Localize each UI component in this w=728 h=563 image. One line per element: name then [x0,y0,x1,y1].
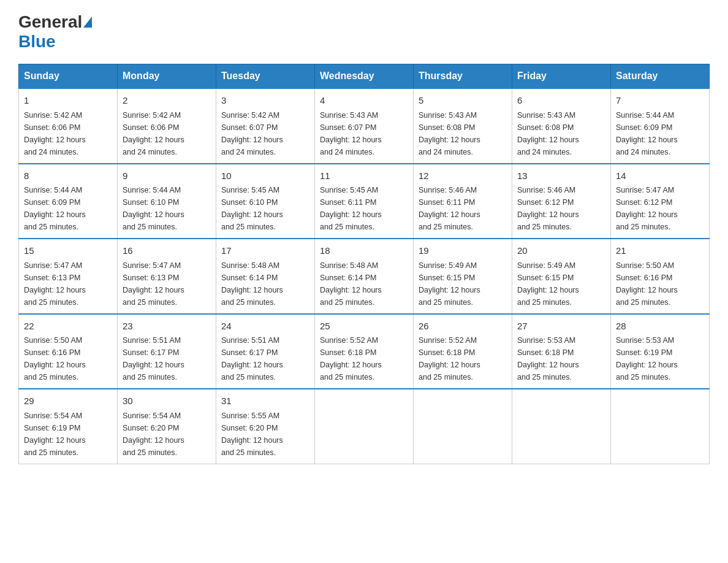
header-cell-wednesday: Wednesday [315,64,414,89]
day-number: 19 [419,244,507,258]
header-cell-monday: Monday [118,64,216,89]
day-number: 7 [616,94,704,108]
header-cell-friday: Friday [512,64,611,89]
day-info: Sunrise: 5:51 AM Sunset: 6:17 PM Dayligh… [123,334,211,383]
logo-triangle-icon [83,17,92,28]
day-number: 9 [123,169,211,183]
calendar-cell: 7 Sunrise: 5:44 AM Sunset: 6:09 PM Dayli… [611,88,710,164]
calendar-cell: 21 Sunrise: 5:50 AM Sunset: 6:16 PM Dayl… [611,239,710,314]
header-cell-sunday: Sunday [19,64,118,89]
calendar-body: 1 Sunrise: 5:42 AM Sunset: 6:06 PM Dayli… [19,88,710,464]
calendar-cell: 19 Sunrise: 5:49 AM Sunset: 6:15 PM Dayl… [414,239,512,314]
calendar-cell: 9 Sunrise: 5:44 AM Sunset: 6:10 PM Dayli… [118,164,216,239]
day-number: 31 [221,394,309,408]
day-info: Sunrise: 5:54 AM Sunset: 6:20 PM Dayligh… [123,410,211,459]
day-info: Sunrise: 5:50 AM Sunset: 6:16 PM Dayligh… [24,334,112,383]
header-row: SundayMondayTuesdayWednesdayThursdayFrid… [19,64,710,89]
calendar-cell: 28 Sunrise: 5:53 AM Sunset: 6:19 PM Dayl… [611,314,710,389]
calendar-cell: 13 Sunrise: 5:46 AM Sunset: 6:12 PM Dayl… [512,164,611,239]
day-info: Sunrise: 5:52 AM Sunset: 6:18 PM Dayligh… [419,334,507,383]
day-number: 1 [24,94,112,108]
calendar-cell: 16 Sunrise: 5:47 AM Sunset: 6:13 PM Dayl… [118,239,216,314]
calendar-week-2: 8 Sunrise: 5:44 AM Sunset: 6:09 PM Dayli… [19,164,710,239]
day-number: 6 [517,94,605,108]
day-info: Sunrise: 5:53 AM Sunset: 6:18 PM Dayligh… [517,334,605,383]
day-number: 27 [517,320,605,334]
day-info: Sunrise: 5:46 AM Sunset: 6:12 PM Dayligh… [517,184,605,233]
calendar-cell: 4 Sunrise: 5:43 AM Sunset: 6:07 PM Dayli… [315,88,414,164]
calendar-cell: 5 Sunrise: 5:43 AM Sunset: 6:08 PM Dayli… [414,88,512,164]
day-number: 29 [24,394,112,408]
day-number: 16 [123,244,211,258]
calendar-cell: 12 Sunrise: 5:46 AM Sunset: 6:11 PM Dayl… [414,164,512,239]
day-number: 28 [616,320,704,334]
calendar-week-1: 1 Sunrise: 5:42 AM Sunset: 6:06 PM Dayli… [19,88,710,164]
header-cell-saturday: Saturday [611,64,710,89]
calendar-cell: 15 Sunrise: 5:47 AM Sunset: 6:13 PM Dayl… [19,239,118,314]
calendar-table: SundayMondayTuesdayWednesdayThursdayFrid… [18,64,710,464]
calendar-week-4: 22 Sunrise: 5:50 AM Sunset: 6:16 PM Dayl… [19,314,710,389]
calendar-cell [315,389,414,464]
day-info: Sunrise: 5:45 AM Sunset: 6:10 PM Dayligh… [221,184,309,233]
calendar-cell: 23 Sunrise: 5:51 AM Sunset: 6:17 PM Dayl… [118,314,216,389]
logo-general-text: General [18,12,82,32]
day-info: Sunrise: 5:45 AM Sunset: 6:11 PM Dayligh… [320,184,408,233]
day-number: 12 [419,169,507,183]
day-number: 30 [123,394,211,408]
day-info: Sunrise: 5:55 AM Sunset: 6:20 PM Dayligh… [221,410,309,459]
calendar-cell: 29 Sunrise: 5:54 AM Sunset: 6:19 PM Dayl… [19,389,118,464]
day-number: 8 [24,169,112,183]
day-info: Sunrise: 5:49 AM Sunset: 6:15 PM Dayligh… [517,259,605,308]
day-info: Sunrise: 5:44 AM Sunset: 6:10 PM Dayligh… [123,184,211,233]
header-cell-thursday: Thursday [414,64,512,89]
page-header: General Blue [18,12,710,52]
day-info: Sunrise: 5:43 AM Sunset: 6:07 PM Dayligh… [320,109,408,158]
calendar-cell: 10 Sunrise: 5:45 AM Sunset: 6:10 PM Dayl… [216,164,315,239]
calendar-cell: 2 Sunrise: 5:42 AM Sunset: 6:06 PM Dayli… [118,88,216,164]
day-info: Sunrise: 5:47 AM Sunset: 6:13 PM Dayligh… [123,259,211,308]
calendar-cell: 11 Sunrise: 5:45 AM Sunset: 6:11 PM Dayl… [315,164,414,239]
calendar-cell: 31 Sunrise: 5:55 AM Sunset: 6:20 PM Dayl… [216,389,315,464]
day-info: Sunrise: 5:47 AM Sunset: 6:12 PM Dayligh… [616,184,704,233]
day-info: Sunrise: 5:49 AM Sunset: 6:15 PM Dayligh… [419,259,507,308]
calendar-cell: 26 Sunrise: 5:52 AM Sunset: 6:18 PM Dayl… [414,314,512,389]
day-number: 22 [24,320,112,334]
day-number: 26 [419,320,507,334]
calendar-cell [611,389,710,464]
calendar-header: SundayMondayTuesdayWednesdayThursdayFrid… [19,64,710,89]
day-number: 2 [123,94,211,108]
calendar-cell: 20 Sunrise: 5:49 AM Sunset: 6:15 PM Dayl… [512,239,611,314]
day-info: Sunrise: 5:43 AM Sunset: 6:08 PM Dayligh… [419,109,507,158]
day-info: Sunrise: 5:43 AM Sunset: 6:08 PM Dayligh… [517,109,605,158]
day-info: Sunrise: 5:53 AM Sunset: 6:19 PM Dayligh… [616,334,704,383]
day-info: Sunrise: 5:50 AM Sunset: 6:16 PM Dayligh… [616,259,704,308]
day-number: 15 [24,244,112,258]
calendar-cell [414,389,512,464]
calendar-cell: 3 Sunrise: 5:42 AM Sunset: 6:07 PM Dayli… [216,88,315,164]
day-info: Sunrise: 5:46 AM Sunset: 6:11 PM Dayligh… [419,184,507,233]
day-number: 4 [320,94,408,108]
day-number: 11 [320,169,408,183]
logo-blue-text: Blue [18,32,56,51]
calendar-cell: 6 Sunrise: 5:43 AM Sunset: 6:08 PM Dayli… [512,88,611,164]
header-cell-tuesday: Tuesday [216,64,315,89]
calendar-cell: 24 Sunrise: 5:51 AM Sunset: 6:17 PM Dayl… [216,314,315,389]
day-info: Sunrise: 5:51 AM Sunset: 6:17 PM Dayligh… [221,334,309,383]
day-info: Sunrise: 5:42 AM Sunset: 6:07 PM Dayligh… [221,109,309,158]
day-number: 18 [320,244,408,258]
day-info: Sunrise: 5:48 AM Sunset: 6:14 PM Dayligh… [320,259,408,308]
calendar-cell: 14 Sunrise: 5:47 AM Sunset: 6:12 PM Dayl… [611,164,710,239]
calendar-cell [512,389,611,464]
day-number: 14 [616,169,704,183]
calendar-cell: 22 Sunrise: 5:50 AM Sunset: 6:16 PM Dayl… [19,314,118,389]
day-info: Sunrise: 5:42 AM Sunset: 6:06 PM Dayligh… [123,109,211,158]
day-info: Sunrise: 5:44 AM Sunset: 6:09 PM Dayligh… [616,109,704,158]
logo: General Blue [18,12,93,52]
day-number: 17 [221,244,309,258]
day-number: 10 [221,169,309,183]
calendar-cell: 1 Sunrise: 5:42 AM Sunset: 6:06 PM Dayli… [19,88,118,164]
day-number: 21 [616,244,704,258]
day-number: 25 [320,320,408,334]
day-number: 5 [419,94,507,108]
day-number: 20 [517,244,605,258]
